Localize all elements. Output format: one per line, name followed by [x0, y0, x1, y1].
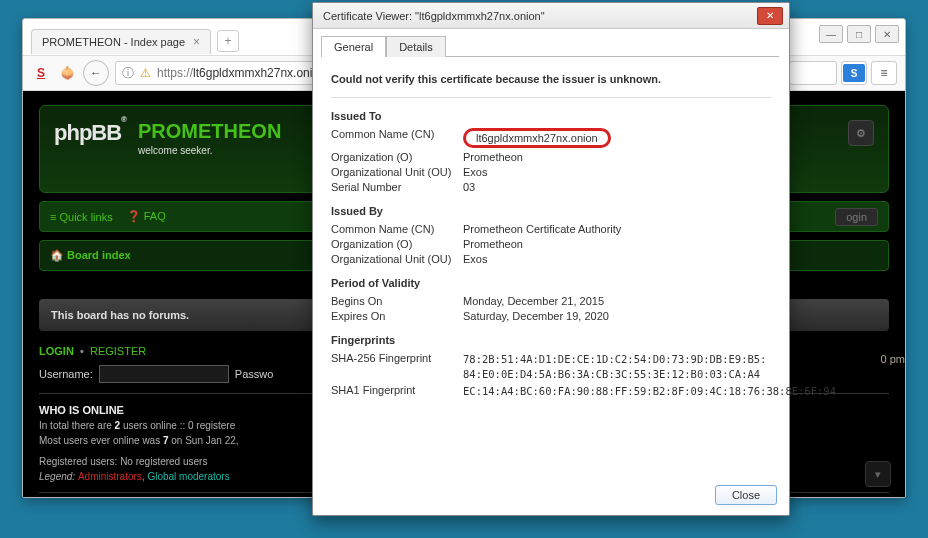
- lock-warning-icon[interactable]: ⚠: [140, 66, 151, 80]
- admins-link[interactable]: Administrators: [78, 471, 142, 482]
- issued-by-heading: Issued By: [331, 205, 771, 217]
- faq-link[interactable]: ❓ FAQ: [127, 210, 166, 223]
- search-box[interactable]: [789, 61, 837, 85]
- login-link[interactable]: LOGIN: [39, 345, 74, 357]
- label-begins: Begins On: [331, 295, 463, 307]
- onion-icon[interactable]: 🧅: [57, 63, 77, 83]
- sha1-value: EC:14:A4:BC:60:FA:90:88:FF:59:B2:8F:09:4…: [463, 384, 836, 399]
- site-title[interactable]: PROMETHEON: [138, 120, 281, 143]
- label-o: Organization (O): [331, 151, 463, 163]
- password-label: Passwo: [235, 368, 274, 380]
- browser-tab[interactable]: PROMETHEON - Index page ×: [31, 29, 211, 54]
- window-minimize-button[interactable]: —: [819, 25, 843, 43]
- info-icon[interactable]: ⓘ: [122, 65, 134, 82]
- tab-close-icon[interactable]: ×: [193, 35, 200, 49]
- issued-to-serial: 03: [463, 181, 771, 193]
- issued-by-cn: Prometheon Certificate Authority: [463, 223, 771, 235]
- window-maximize-button[interactable]: □: [847, 25, 871, 43]
- fingerprints-heading: Fingerprints: [331, 334, 771, 346]
- validity-heading: Period of Validity: [331, 277, 771, 289]
- issued-to-ou: Exos: [463, 166, 771, 178]
- issued-to-heading: Issued To: [331, 110, 771, 122]
- moderators-link[interactable]: Global moderators: [147, 471, 229, 482]
- label-expires: Expires On: [331, 310, 463, 322]
- new-tab-button[interactable]: +: [217, 30, 239, 52]
- url-text: https://lt6gpldxmmxh27nx.onion: [157, 66, 326, 80]
- username-label: Username:: [39, 368, 93, 380]
- validity-expires: Saturday, December 19, 2020: [463, 310, 771, 322]
- back-button[interactable]: ←: [83, 60, 109, 86]
- menu-button[interactable]: ≡: [871, 61, 897, 85]
- time-text: 0 pm: [881, 353, 905, 365]
- label-sha1: SHA1 Fingerprint: [331, 384, 463, 399]
- tab-details[interactable]: Details: [386, 36, 446, 57]
- phpbb-logo: phpBB®: [54, 120, 126, 145]
- issued-to-o: Prometheon: [463, 151, 771, 163]
- app-s-button[interactable]: S: [841, 61, 867, 85]
- verify-message: Could not verify this certificate becaus…: [331, 73, 661, 85]
- issued-by-o: Prometheon: [463, 238, 771, 250]
- issued-to-cn: lt6gpldxmmxh27nx.onion: [463, 128, 771, 148]
- dialog-title-text: Certificate Viewer: "lt6gpldxmmxh27nx.on…: [323, 10, 545, 22]
- login-button[interactable]: ogin: [835, 208, 878, 226]
- tab-general[interactable]: General: [321, 36, 386, 57]
- label-cn: Common Name (CN): [331, 128, 463, 148]
- board-index-link[interactable]: 🏠 Board index: [50, 249, 131, 262]
- username-input[interactable]: [99, 365, 229, 383]
- issued-by-ou: Exos: [463, 253, 771, 265]
- sha256-value: 78:2B:51:4A:D1:DE:CE:1D:C2:54:D0:73:9D:D…: [463, 352, 836, 381]
- scroll-bottom-icon[interactable]: ▾: [865, 461, 891, 487]
- quick-links-menu[interactable]: ≡ Quick links: [50, 211, 113, 223]
- window-close-button[interactable]: ✕: [875, 25, 899, 43]
- dialog-body: Could not verify this certificate becaus…: [323, 56, 779, 415]
- label-ou: Organizational Unit (OU): [331, 166, 463, 178]
- welcome-text: welcome seeker.: [138, 145, 281, 156]
- certificate-dialog: Certificate Viewer: "lt6gpldxmmxh27nx.on…: [312, 2, 790, 516]
- tab-title: PROMETHEON - Index page: [42, 36, 185, 48]
- dialog-titlebar[interactable]: Certificate Viewer: "lt6gpldxmmxh27nx.on…: [313, 3, 789, 29]
- dialog-close-icon[interactable]: ✕: [757, 7, 783, 25]
- addon-s-icon[interactable]: S: [31, 63, 51, 83]
- close-button[interactable]: Close: [715, 485, 777, 505]
- label-serial: Serial Number: [331, 181, 463, 193]
- validity-begins: Monday, December 21, 2015: [463, 295, 771, 307]
- gear-icon[interactable]: ⚙: [848, 120, 874, 146]
- label-sha256: SHA-256 Fingerprint: [331, 352, 463, 381]
- register-link[interactable]: REGISTER: [90, 345, 146, 357]
